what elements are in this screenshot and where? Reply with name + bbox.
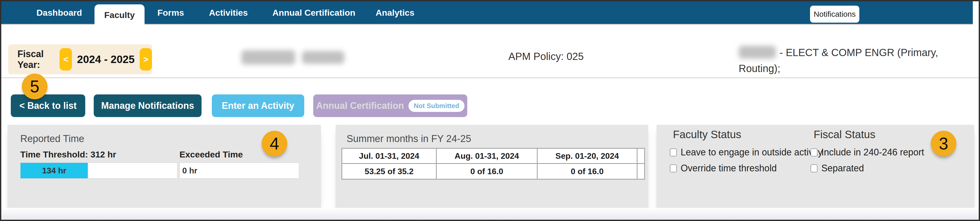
tab-annual-certification[interactable]: Annual Certification — [272, 1, 355, 24]
summer-col-header-clipped — [638, 149, 644, 163]
enter-activity-button[interactable]: Enter an Activity — [212, 94, 304, 117]
summer-months-table: Jul. 01-31, 2024 Aug. 01-31, 2024 Sep. 0… — [342, 148, 645, 179]
faculty-status-title: Faculty Status — [673, 128, 741, 141]
summer-value-cell: 53.25 of 35.2 — [342, 164, 436, 179]
separated-checkbox[interactable] — [811, 164, 818, 172]
not-submitted-badge: Not Submitted — [409, 100, 465, 112]
leave-outside-activity-checkbox[interactable] — [670, 149, 677, 157]
callout-badge-5: 5 — [22, 74, 48, 99]
fiscal-year-prev-button[interactable]: < — [60, 48, 72, 70]
checkbox-label: Include in 240-246 report — [821, 147, 924, 158]
faculty-status-option-row: Leave to engage in outside activity — [670, 147, 822, 158]
tab-faculty-active[interactable]: Faculty — [94, 4, 145, 26]
department-line1: - ELECT & COMP ENGR (Primary, — [780, 47, 938, 58]
notifications-button[interactable]: Notifications — [810, 6, 859, 22]
redacted-department-code — [739, 46, 776, 59]
threshold-progress-fill: 134 hr — [21, 163, 88, 178]
back-to-list-button[interactable]: < Back to list — [11, 94, 85, 117]
fiscal-year-next-button[interactable]: > — [140, 48, 152, 70]
fiscal-status-title: Fiscal Status — [814, 128, 875, 141]
summer-col-header: Aug. 01-31, 2024 — [437, 149, 537, 163]
summer-months-panel: Summer months in FY 24-25 Jul. 01-31, 20… — [336, 125, 648, 208]
fiscal-status-option-row: Include in 240-246 report — [811, 147, 924, 158]
checkbox-label: Separated — [821, 163, 864, 174]
faculty-detail-page: Dashboard Forms Activities Annual Certif… — [0, 0, 980, 221]
tab-analytics[interactable]: Analytics — [375, 1, 414, 24]
status-panel: Faculty Status Leave to engage in outsid… — [657, 125, 974, 208]
time-threshold-label: Time Threshold: 312 hr — [20, 149, 116, 160]
header-divider — [1, 77, 979, 78]
annual-certification-label: Annual Certification — [316, 100, 404, 111]
fiscal-status-option-row: Separated — [811, 163, 864, 174]
reported-time-title: Reported Time — [20, 133, 84, 144]
exceeded-time-bar: 0 hr — [180, 163, 299, 179]
faculty-status-option-row: Override time threshold — [670, 163, 776, 174]
threshold-progress-track: 134 hr — [20, 163, 177, 179]
faculty-name-redacted — [241, 49, 360, 66]
fiscal-year-selector: Fiscal Year: < 2024 - 2025 > — [8, 44, 152, 74]
tab-activities[interactable]: Activities — [209, 1, 248, 24]
checkbox-label: Leave to engage in outside activity — [681, 147, 822, 158]
summer-col-header: Sep. 01-20, 2024 — [538, 149, 637, 163]
summer-value-cell: 0 of 16.0 — [538, 164, 637, 179]
callout-badge-4: 4 — [262, 131, 287, 157]
redacted-last-name — [302, 51, 344, 64]
exceeded-time-label: Exceeded Time — [180, 149, 243, 160]
tab-forms[interactable]: Forms — [158, 1, 184, 24]
fiscal-year-value: 2024 - 2025 — [77, 53, 135, 66]
department-line2: Routing); — [739, 63, 780, 74]
redacted-first-name — [241, 50, 295, 64]
tab-dashboard[interactable]: Dashboard — [37, 1, 82, 24]
department-text: - ELECT & COMP ENGR (Primary, Routing); — [739, 45, 965, 77]
manage-notifications-button[interactable]: Manage Notifications — [94, 94, 202, 117]
fiscal-year-label: Fiscal Year: — [18, 49, 54, 70]
callout-badge-3: 3 — [931, 131, 956, 157]
override-threshold-checkbox[interactable] — [670, 164, 677, 172]
apm-policy-text: APM Policy: 025 — [508, 51, 584, 62]
include-240-246-checkbox[interactable] — [811, 149, 818, 157]
checkbox-label: Override time threshold — [681, 163, 776, 174]
bottom-fade — [1, 208, 979, 220]
summer-col-header: Jul. 01-31, 2024 — [342, 149, 436, 163]
annual-certification-button[interactable]: Annual Certification Not Submitted — [313, 94, 467, 117]
exceeded-time-value: 0 hr — [180, 163, 299, 178]
summer-months-title: Summer months in FY 24-25 — [347, 133, 471, 144]
summer-value-cell-clipped — [638, 164, 644, 179]
summer-value-cell: 0 of 16.0 — [437, 164, 537, 179]
